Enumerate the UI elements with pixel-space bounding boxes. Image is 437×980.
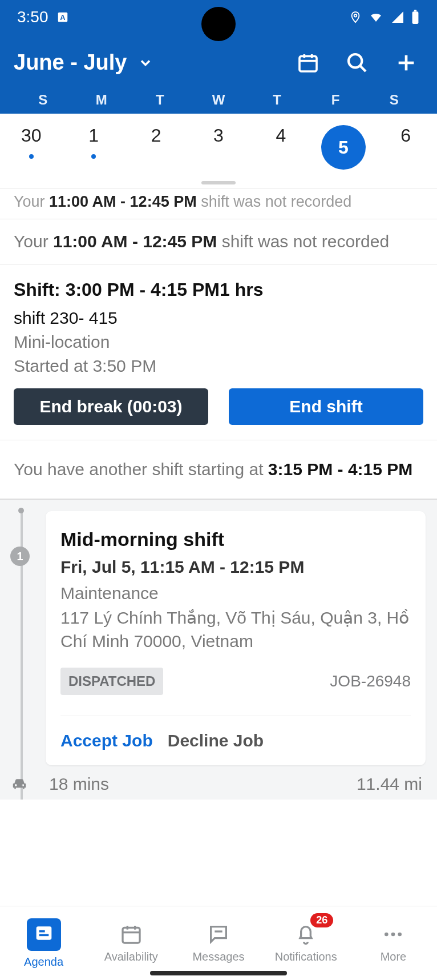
- shift-title: Shift: 3:00 PM - 4:15 PM1 hrs: [14, 279, 423, 300]
- svg-point-21: [385, 933, 389, 937]
- weekday-label: F: [306, 92, 365, 108]
- notification-count-badge: 26: [310, 913, 333, 927]
- date-cell[interactable]: 6: [375, 125, 437, 182]
- home-bar[interactable]: [150, 971, 287, 975]
- nav-notifications[interactable]: 26 Notifications: [262, 906, 350, 980]
- date-cell[interactable]: 1: [62, 125, 124, 182]
- job-title: Mid-morning shift: [60, 528, 411, 551]
- svg-rect-5: [300, 56, 317, 71]
- travel-distance: 11.44 mi: [357, 774, 422, 794]
- shift-alert-cropped[interactable]: Your 11:00 AM - 12:45 PM shift was not r…: [0, 188, 437, 219]
- calendar-icon[interactable]: [297, 51, 319, 74]
- svg-rect-13: [36, 926, 51, 939]
- weekday-header: S M T W T F S: [14, 92, 423, 114]
- end-break-button[interactable]: End break (00:03): [14, 388, 208, 425]
- travel-info: 18 mins 11.44 mi: [46, 765, 426, 800]
- month-range-label: June - July: [14, 50, 127, 75]
- messages-icon: [207, 923, 230, 946]
- job-time: Fri, Jul 5, 11:15 AM - 12:15 PM: [60, 557, 411, 577]
- svg-rect-3: [412, 11, 419, 24]
- nav-messages[interactable]: Messages: [175, 906, 262, 980]
- job-id: JOB-26948: [330, 672, 411, 690]
- camera-notch: [201, 7, 236, 41]
- search-icon[interactable]: [346, 51, 369, 74]
- agenda-icon: [33, 922, 55, 945]
- event-dot: [29, 154, 34, 159]
- shift-alert[interactable]: Your 11:00 AM - 12:45 PM shift was not r…: [0, 219, 437, 264]
- svg-point-23: [398, 933, 402, 937]
- svg-point-9: [349, 54, 362, 67]
- nav-label: Messages: [192, 950, 244, 963]
- nav-more[interactable]: More: [350, 906, 437, 980]
- shift-started: Started at 3:50 PM: [14, 356, 423, 376]
- nav-availability[interactable]: Availability: [87, 906, 175, 980]
- current-shift-card: Shift: 3:00 PM - 4:15 PM1 hrs shift 230-…: [0, 264, 437, 440]
- drag-handle[interactable]: [201, 181, 236, 184]
- job-address: 117 Lý Chính Thắng, Võ Thị Sáu, Quận 3, …: [60, 607, 411, 653]
- travel-time: 18 mins: [49, 774, 109, 794]
- decline-job-button[interactable]: Decline Job: [168, 731, 264, 750]
- location-icon: [349, 9, 362, 25]
- timeline-dot: [18, 508, 24, 513]
- app-indicator-icon: A: [56, 11, 69, 23]
- weekday-label: T: [248, 92, 306, 108]
- svg-point-2: [354, 14, 357, 17]
- battery-icon: [411, 10, 420, 25]
- end-shift-button[interactable]: End shift: [229, 388, 423, 425]
- date-cell[interactable]: 4: [250, 125, 312, 182]
- car-icon: [9, 776, 30, 793]
- svg-line-10: [360, 66, 366, 71]
- wifi-icon: [367, 10, 385, 24]
- nav-label: Notifications: [275, 950, 337, 963]
- svg-rect-4: [414, 10, 416, 11]
- weekday-label: T: [131, 92, 189, 108]
- nav-label: More: [381, 950, 407, 963]
- chevron-down-icon: [137, 55, 153, 71]
- timeline-step-badge: 1: [10, 547, 30, 566]
- weekday-label: W: [189, 92, 248, 108]
- svg-text:A: A: [60, 13, 65, 22]
- month-range-picker[interactable]: June - July: [14, 50, 153, 75]
- date-strip[interactable]: 30 1 2 3 4 5 6: [0, 114, 437, 188]
- job-timeline: 1 Mid-morning shift Fri, Jul 5, 11:15 AM…: [0, 500, 437, 800]
- nav-label: Availability: [104, 950, 158, 963]
- date-cell[interactable]: 3: [187, 125, 249, 182]
- bottom-nav: Agenda Availability Messages 26 Notifica…: [0, 906, 437, 980]
- weekday-label: S: [365, 92, 423, 108]
- weekday-label: S: [14, 92, 72, 108]
- availability-icon: [120, 923, 143, 946]
- upcoming-shift-notice[interactable]: You have another shift starting at 3:15 …: [0, 440, 437, 500]
- nav-label: Agenda: [24, 955, 63, 969]
- shift-location: Mini-location: [14, 332, 423, 352]
- app-header: June - July S M T W T F S: [0, 34, 437, 114]
- agenda-list[interactable]: Your 11:00 AM - 12:45 PM shift was not r…: [0, 188, 437, 800]
- signal-icon: [390, 10, 405, 24]
- status-time: 3:50: [17, 8, 48, 26]
- job-type: Maintenance: [60, 584, 411, 603]
- weekday-label: M: [72, 92, 131, 108]
- job-status-badge: DISPATCHED: [60, 668, 163, 695]
- svg-point-22: [391, 933, 395, 937]
- shift-name: shift 230- 415: [14, 308, 423, 328]
- svg-rect-16: [123, 927, 140, 943]
- plus-icon[interactable]: [395, 51, 418, 74]
- more-icon: [382, 923, 404, 946]
- date-cell[interactable]: 30: [0, 125, 62, 182]
- event-dot: [91, 154, 96, 159]
- nav-agenda[interactable]: Agenda: [0, 906, 87, 980]
- date-cell[interactable]: 2: [125, 125, 187, 182]
- accept-job-button[interactable]: Accept Job: [60, 731, 153, 750]
- job-card[interactable]: Mid-morning shift Fri, Jul 5, 11:15 AM -…: [46, 511, 426, 765]
- date-cell-selected[interactable]: 5: [312, 125, 374, 182]
